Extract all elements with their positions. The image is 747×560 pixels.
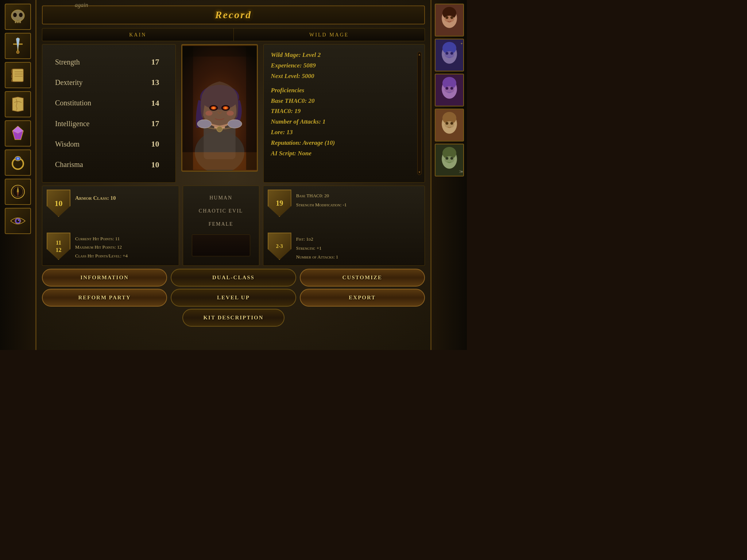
character-portrait[interactable] xyxy=(181,44,258,172)
left-sidebar xyxy=(0,0,36,350)
svg-rect-78 xyxy=(182,152,257,170)
button-row-3: KIT DESCRIPTION xyxy=(42,309,425,327)
left-stats-panel: Strength 17 Dexterity 13 Constitution 14… xyxy=(42,44,176,183)
thac0-labels: Base THAC0: 20 Strength Modification: -1 xyxy=(296,191,347,209)
str-mod-label: Strength Modification: -1 xyxy=(296,201,347,210)
svg-point-71 xyxy=(212,107,215,109)
wisdom-value: 10 xyxy=(148,139,163,149)
page-title: Record xyxy=(46,9,421,21)
title-bar: Record xyxy=(42,5,425,24)
lower-center-panel: HUMAN CHAOTIC EVIL FEMALE xyxy=(183,186,259,266)
thac0-badge: 19 xyxy=(268,190,291,217)
character-class-section: WILD MAGE xyxy=(234,28,425,41)
sword-icon[interactable] xyxy=(5,33,31,59)
svg-point-8 xyxy=(16,51,19,54)
compass-icon[interactable] xyxy=(5,179,31,205)
button-row-1: INFORMATION DUAL-CLASS CUSTOMIZE xyxy=(42,269,425,287)
max-hp-label: Maximum Hit Points: 12 xyxy=(75,243,128,251)
export-button[interactable]: EXPORT xyxy=(300,289,425,307)
portrait-frame-5[interactable]: 3♦ xyxy=(435,144,464,176)
svg-text:3♦: 3♦ xyxy=(459,170,463,174)
svg-marker-13 xyxy=(12,97,23,112)
dual-class-button[interactable]: DUAL-CLASS xyxy=(171,269,296,287)
charisma-label: Charisma xyxy=(55,160,83,169)
name-bar: KAIN WILD MAGE xyxy=(42,28,425,41)
svg-point-31 xyxy=(444,16,454,23)
lower-right-panel: 19 Base THAC0: 20 Strength Modification:… xyxy=(263,186,425,266)
svg-point-45 xyxy=(445,87,448,90)
weapon-attacks-label: Number of Attacks: 1 xyxy=(296,253,338,262)
svg-point-56 xyxy=(444,156,454,163)
center-portrait-area xyxy=(179,44,260,183)
svg-rect-79 xyxy=(182,46,193,170)
strength-row: Strength 17 xyxy=(48,56,170,68)
eye-icon[interactable] xyxy=(5,208,31,234)
intelligence-label: Intelligence xyxy=(55,120,89,128)
base-thac0-combat-label: Base THAC0: 20 xyxy=(296,191,347,201)
character-name: KAIN xyxy=(129,32,146,38)
svg-point-74 xyxy=(227,111,233,116)
weapon-range: 2-3 xyxy=(276,244,283,249)
next-level-line: Next Level: 5000 xyxy=(271,71,417,82)
svg-point-1 xyxy=(13,13,17,17)
right-sidebar: + xyxy=(430,0,467,350)
strength-value: 17 xyxy=(148,57,163,67)
customize-button[interactable]: CUSTOMIZE xyxy=(300,269,425,287)
reform-party-button[interactable]: REFORM PARTY xyxy=(42,289,167,307)
svg-point-44 xyxy=(444,86,454,93)
svg-point-37 xyxy=(444,51,454,58)
svg-point-50 xyxy=(444,121,454,128)
strength-label: Strength xyxy=(55,58,80,66)
thac0-badge-container: 19 xyxy=(268,190,291,217)
constitution-value: 14 xyxy=(148,98,163,108)
character-name-section: KAIN xyxy=(42,28,234,41)
back-button[interactable]: again xyxy=(75,2,88,8)
dexterity-label: Dexterity xyxy=(55,78,83,87)
svg-point-38 xyxy=(445,52,448,55)
num-attacks-line: Number of Attacks: 1 xyxy=(271,117,417,127)
svg-rect-81 xyxy=(182,46,257,57)
svg-point-58 xyxy=(450,157,453,160)
lower-stats-area: 10 Armor Class: 10 11 12 Current Hit Poi… xyxy=(42,186,425,266)
skull-icon[interactable] xyxy=(5,4,31,30)
svg-text:+: + xyxy=(460,41,462,46)
map-icon[interactable] xyxy=(5,91,31,117)
portrait-frame-1[interactable] xyxy=(435,4,464,36)
current-hp-label: Current Hit Points: 11 xyxy=(75,234,128,243)
kit-description-button[interactable]: KIT DESCRIPTION xyxy=(182,309,285,327)
svg-point-76 xyxy=(197,120,211,128)
ring-icon[interactable] xyxy=(5,149,31,176)
scroll-icon[interactable] xyxy=(5,62,31,88)
level-up-button[interactable]: LEVEL UP xyxy=(171,289,296,307)
weapon-name-label: Fist: 1d2 xyxy=(296,235,338,244)
race-label: HUMAN xyxy=(209,195,232,201)
portrait-frame-4[interactable] xyxy=(435,109,464,141)
dexterity-row: Dexterity 13 xyxy=(48,76,170,89)
gem-icon[interactable] xyxy=(5,120,31,147)
class-level-line: Wild Mage: Level 2 xyxy=(271,50,417,61)
information-button[interactable]: INFORMATION xyxy=(42,269,167,287)
intelligence-value: 17 xyxy=(148,119,163,128)
portrait-frame-2[interactable]: + xyxy=(435,39,464,71)
info-scrollbar[interactable] xyxy=(417,52,422,175)
class-hp-label: Class Hit Points/Level: +4 xyxy=(75,252,128,260)
lore-line: Lore: 13 xyxy=(271,127,417,138)
wisdom-row: Wisdom 10 xyxy=(48,138,170,150)
dexterity-value: 13 xyxy=(148,78,163,87)
svg-point-2 xyxy=(19,13,23,17)
weapon-badge-container: 2-3 xyxy=(268,233,291,260)
base-thac0-line: Base THAC0: 20 xyxy=(271,96,417,106)
svg-point-19 xyxy=(17,158,19,160)
experience-line: Experience: 5089 xyxy=(271,61,417,71)
svg-point-52 xyxy=(450,122,453,125)
svg-point-24 xyxy=(17,191,19,192)
svg-rect-80 xyxy=(246,46,256,170)
svg-point-27 xyxy=(18,220,19,221)
hp-maximum: 12 xyxy=(56,246,62,253)
constitution-row: Constitution 14 xyxy=(48,97,170,109)
portrait-frame-3[interactable] xyxy=(435,74,464,106)
main-content: again Record KAIN WILD MAGE Strength 17 … xyxy=(36,0,430,350)
svg-point-39 xyxy=(450,52,453,55)
charisma-value: 10 xyxy=(148,160,163,170)
svg-point-75 xyxy=(217,127,222,132)
